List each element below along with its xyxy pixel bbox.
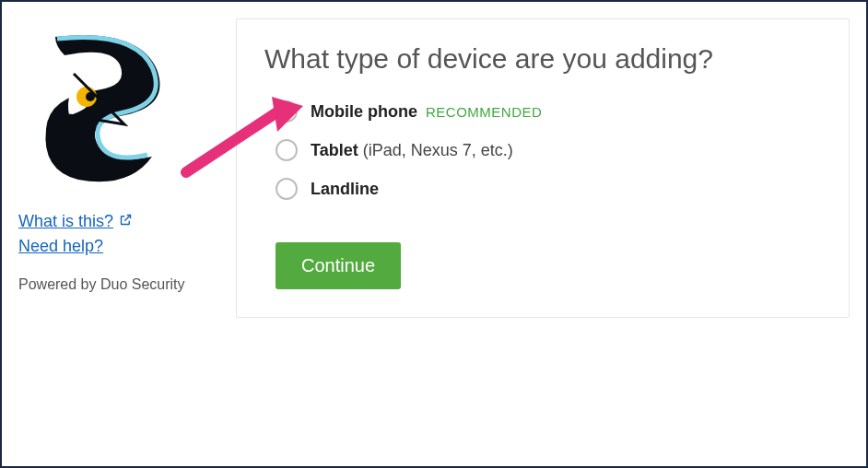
continue-button[interactable]: Continue (276, 242, 401, 289)
need-help-link[interactable]: Need help? (18, 237, 103, 256)
need-help-label: Need help? (18, 237, 103, 256)
radio-label: Tablet (311, 141, 358, 159)
radio-sublabel: (iPad, Nexus 7, etc.) (358, 141, 513, 159)
device-type-panel: What type of device are you adding? Mobi… (236, 18, 850, 318)
sidebar: What is this? Need help? (18, 18, 212, 318)
radio-button[interactable] (276, 178, 298, 200)
organization-logo (18, 18, 194, 203)
device-type-radio-group: Mobile phone RECOMMENDED Tablet (iPad, N… (276, 100, 821, 200)
radio-button[interactable] (276, 139, 298, 161)
powered-by-text: Powered by Duo Security (18, 276, 212, 293)
radio-button[interactable] (276, 100, 298, 123)
radio-option-mobile-phone[interactable]: Mobile phone RECOMMENDED (276, 100, 821, 123)
radio-label: Landline (311, 180, 379, 198)
what-is-this-link[interactable]: What is this? (18, 212, 133, 231)
external-link-icon (119, 212, 133, 231)
recommended-badge: RECOMMENDED (426, 104, 542, 120)
what-is-this-label: What is this? (18, 212, 113, 231)
radio-label: Mobile phone (311, 102, 417, 121)
radio-option-tablet[interactable]: Tablet (iPad, Nexus 7, etc.) (276, 139, 821, 161)
panel-heading: What type of device are you adding? (264, 43, 821, 75)
radio-option-landline[interactable]: Landline (276, 178, 821, 200)
